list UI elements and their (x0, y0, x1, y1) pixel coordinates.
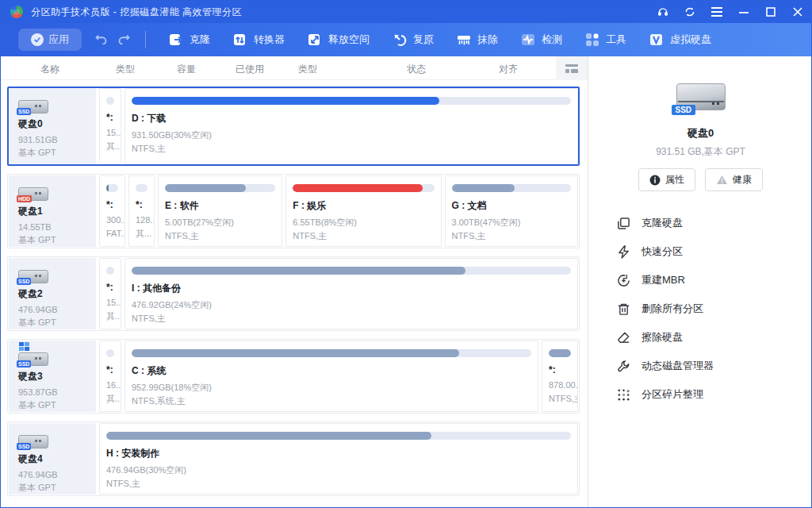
clone-disk-icon (617, 217, 630, 230)
wrench-icon (617, 360, 630, 373)
converter-button[interactable]: 转换器 (221, 23, 296, 56)
detect-label: 检测 (542, 33, 562, 47)
clone-button[interactable]: 克隆 (157, 23, 221, 56)
view-mode-icon[interactable] (556, 56, 588, 80)
free-space-button[interactable]: 释放空间 (296, 23, 381, 56)
col-type2: 类型 (298, 63, 317, 76)
virtual-disk-button[interactable]: 虚拟硬盘 (638, 23, 722, 56)
partition-cell-c[interactable]: C : 系统 952.99GB(18%空闲) NTFS,系统,主 (124, 341, 538, 412)
disk3-info: SSD 硬盘3 953.87GB 基本 GPT (9, 341, 96, 412)
partition-cell[interactable]: *: 15.... 其... (99, 88, 121, 164)
properties-button[interactable]: 属性 (638, 168, 695, 191)
check-icon (31, 33, 44, 46)
lightning-icon (617, 245, 630, 259)
maximize-button[interactable] (757, 1, 784, 23)
windows-logo-icon (19, 342, 29, 351)
col-status: 状态 (407, 63, 426, 76)
partition-cell-e[interactable]: E : 软件 5.00TB(27%空闲) NTFS,主 (158, 175, 282, 247)
toolbar: 应用 克隆 转换器 释放空间 复原 抹除 (1, 23, 811, 56)
system-ssd-drive-icon: SSD (18, 348, 55, 368)
restore-label: 复原 (413, 33, 434, 47)
disk-row-3[interactable]: SSD 硬盘3 953.87GB 基本 GPT *: 16.... 其... C… (7, 339, 580, 414)
partition-cell[interactable]: *: 128... 其... (128, 175, 155, 247)
action-quick-partition[interactable]: 快速分区 (617, 237, 812, 266)
converter-label: 转换器 (254, 33, 285, 47)
hdd-drive-icon: HDD (18, 183, 55, 202)
detail-sidebar: SSD 硬盘0 931.51 GB,基本 GPT 属性 健康 克隆硬盘 快速分区… (588, 56, 812, 508)
tools-button[interactable]: 工具 (573, 23, 638, 56)
disk1-info: HDD 硬盘1 14.55TB 基本 GPT (9, 175, 96, 247)
converter-icon (232, 32, 248, 48)
apply-button[interactable]: 应用 (18, 29, 82, 51)
selected-disk-image: SSD (672, 80, 730, 117)
health-button[interactable]: 健康 (705, 168, 763, 191)
toolbar-separator (145, 31, 146, 48)
partition-cell[interactable]: *: 16.... 其... (99, 341, 121, 412)
titlebar: 分区助手技术员版 - 挖掘磁盘潜能 高效管理分区 (1, 1, 811, 23)
col-used: 已使用 (236, 63, 264, 76)
free-space-label: 释放空间 (328, 33, 370, 47)
restore-icon (392, 32, 408, 48)
disk-row-2[interactable]: SSD 硬盘2 476.94GB 基本 GPT *: 15.... 其... I… (7, 256, 580, 331)
partition-cell-f[interactable]: F : 娱乐 6.55TB(8%空闲) NTFS,主 (285, 175, 441, 247)
erase-label: 抹除 (477, 33, 498, 47)
clone-label: 克隆 (190, 33, 210, 47)
erase-icon (456, 32, 472, 48)
menu-icon[interactable] (703, 1, 730, 23)
col-capacity: 容量 (177, 63, 196, 76)
ssd-drive-icon: SSD (18, 96, 55, 115)
virtual-disk-icon (649, 32, 665, 48)
partition-cell-i[interactable]: I : 其他备份 476.92GB(24%空闲) NTFS,主 (124, 258, 578, 329)
partition-cell-g[interactable]: G : 文档 3.00TB(47%空闲) NTFS,主 (445, 175, 578, 247)
disk-list: SSD 硬盘0 931.51GB 基本 GPT *: 15.... 其... D… (1, 80, 588, 508)
virtual-disk-label: 虚拟硬盘 (670, 33, 711, 47)
partition-cell[interactable]: *: 878.00... NTFS,主 (542, 341, 578, 412)
redo-icon[interactable] (117, 33, 131, 47)
refresh-icon[interactable] (676, 1, 703, 23)
ssd-drive-icon: SSD (18, 266, 55, 285)
app-logo-icon (10, 6, 23, 18)
clone-icon (168, 32, 184, 48)
free-space-icon (307, 32, 323, 48)
undo-icon[interactable] (94, 33, 108, 47)
trash-icon (617, 302, 630, 316)
action-wipe-disk[interactable]: 擦除硬盘 (617, 323, 812, 352)
warning-triangle-icon (716, 175, 728, 185)
action-dynamic-disk-manager[interactable]: 动态磁盘管理器 (617, 352, 812, 380)
action-clone-disk[interactable]: 克隆硬盘 (617, 209, 812, 237)
disk0-info: SSD 硬盘0 931.51GB 基本 GPT (9, 88, 96, 164)
column-header: 名称 类型 容量 已使用 类型 状态 对齐 (1, 56, 588, 80)
disk4-info: SSD 硬盘4 476.94GB 基本 GPT (9, 423, 96, 495)
disk-row-4[interactable]: SSD 硬盘4 476.94GB 基本 GPT H : 安装制作 476.94G… (7, 421, 580, 496)
tools-label: 工具 (606, 33, 626, 47)
partition-cell-h[interactable]: H : 安装制作 476.94GB(30%空闲) NTFS,主 (99, 423, 578, 495)
selected-disk-info: 931.51 GB,基本 GPT (588, 145, 812, 159)
defrag-dots-icon (617, 388, 630, 402)
restore-button[interactable]: 复原 (381, 23, 445, 56)
detect-icon (520, 32, 536, 48)
apply-label: 应用 (48, 33, 69, 47)
action-delete-all-partitions[interactable]: 删除所有分区 (617, 294, 812, 323)
rebuild-mbr-icon (617, 274, 630, 287)
partition-cell[interactable]: *: 15.... 其... (99, 258, 121, 329)
disk-row-0[interactable]: SSD 硬盘0 931.51GB 基本 GPT *: 15.... 其... D… (7, 87, 580, 166)
action-defragment[interactable]: 分区碎片整理 (617, 380, 812, 409)
disk2-info: SSD 硬盘2 476.94GB 基本 GPT (9, 258, 96, 329)
tools-grid-icon (584, 32, 600, 48)
window-title: 分区助手技术员版 - 挖掘磁盘潜能 高效管理分区 (31, 6, 242, 19)
col-type1: 类型 (116, 63, 135, 76)
minimize-button[interactable] (730, 1, 757, 23)
selected-disk-name: 硬盘0 (588, 126, 812, 140)
support-headset-icon[interactable] (649, 1, 676, 23)
action-rebuild-mbr[interactable]: 重建MBR (617, 266, 812, 294)
partition-cell[interactable]: *: 300... FAT... (99, 175, 125, 247)
close-button[interactable] (784, 1, 811, 23)
erase-button[interactable]: 抹除 (445, 23, 509, 56)
col-align: 对齐 (499, 63, 518, 76)
detect-button[interactable]: 检测 (509, 23, 573, 56)
col-name: 名称 (40, 63, 59, 76)
info-icon (649, 175, 661, 186)
disk-row-1[interactable]: HDD 硬盘1 14.55TB 基本 GPT *: 300... FAT... … (7, 174, 580, 248)
eraser-icon (617, 331, 630, 344)
partition-cell-d[interactable]: D : 下载 931.50GB(30%空闲) NTFS,主 (124, 88, 578, 164)
